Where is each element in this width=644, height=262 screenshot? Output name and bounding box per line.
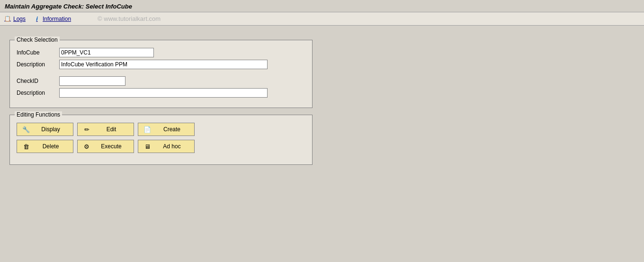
delete-label: Delete bbox=[33, 143, 68, 150]
edit-label: Edit bbox=[94, 126, 129, 133]
menu-bar: 📋 Logs i Information © www.tutorialkart.… bbox=[0, 12, 644, 26]
check-selection-title: Check Selection bbox=[15, 36, 60, 43]
create-icon: 📄 bbox=[143, 126, 152, 133]
edit-icon: ✏ bbox=[82, 126, 91, 133]
logs-icon: 📋 bbox=[4, 15, 11, 23]
checkid-label: CheckID bbox=[17, 78, 59, 84]
check-selection-group: Check Selection InfoCube Description Che… bbox=[9, 40, 313, 108]
description-label-1: Description bbox=[17, 61, 59, 68]
execute-button[interactable]: ⚙ Execute bbox=[77, 140, 134, 153]
title-bar: Maintain Aggregate Check: Select InfoCub… bbox=[0, 0, 644, 12]
content-area: Check Selection InfoCube Description Che… bbox=[0, 26, 644, 174]
description-input-1[interactable] bbox=[59, 60, 268, 69]
menu-item-information[interactable]: i Information bbox=[33, 15, 71, 23]
page-title: Maintain Aggregate Check: Select InfoCub… bbox=[5, 3, 639, 10]
description-label-2: Description bbox=[17, 90, 59, 96]
display-label: Display bbox=[33, 126, 68, 133]
display-icon: 🔧 bbox=[22, 126, 30, 133]
description-input-2[interactable] bbox=[59, 88, 268, 98]
information-icon: i bbox=[33, 15, 41, 23]
checkid-input[interactable] bbox=[59, 76, 125, 86]
description-row-2: Description bbox=[17, 88, 305, 98]
editing-functions-group: Editing Functions 🔧 Display ✏ Edit 📄 Cre… bbox=[9, 115, 313, 165]
delete-icon: 🗑 bbox=[22, 143, 30, 150]
infocube-row: InfoCube bbox=[17, 48, 305, 57]
adhoc-icon: 🖥 bbox=[143, 143, 152, 150]
edit-button[interactable]: ✏ Edit bbox=[77, 123, 134, 136]
delete-button[interactable]: 🗑 Delete bbox=[17, 140, 73, 153]
adhoc-label: Ad hoc bbox=[154, 143, 189, 150]
menu-logs-label: Logs bbox=[13, 16, 26, 22]
adhoc-button[interactable]: 🖥 Ad hoc bbox=[138, 140, 195, 153]
create-label: Create bbox=[154, 126, 189, 133]
infocube-input[interactable] bbox=[59, 48, 154, 57]
menu-information-label: Information bbox=[43, 16, 71, 22]
button-row-2: 🗑 Delete ⚙ Execute 🖥 Ad hoc bbox=[17, 140, 305, 153]
checkid-row: CheckID bbox=[17, 76, 305, 86]
menu-item-logs[interactable]: 📋 Logs bbox=[4, 15, 26, 23]
watermark: © www.tutorialkart.com bbox=[98, 15, 161, 22]
infocube-label: InfoCube bbox=[17, 49, 59, 56]
button-row-1: 🔧 Display ✏ Edit 📄 Create bbox=[17, 123, 305, 136]
execute-label: Execute bbox=[94, 143, 129, 150]
execute-icon: ⚙ bbox=[82, 143, 91, 150]
editing-functions-title: Editing Functions bbox=[15, 111, 62, 118]
display-button[interactable]: 🔧 Display bbox=[17, 123, 73, 136]
description-row-1: Description bbox=[17, 60, 305, 69]
create-button[interactable]: 📄 Create bbox=[138, 123, 195, 136]
